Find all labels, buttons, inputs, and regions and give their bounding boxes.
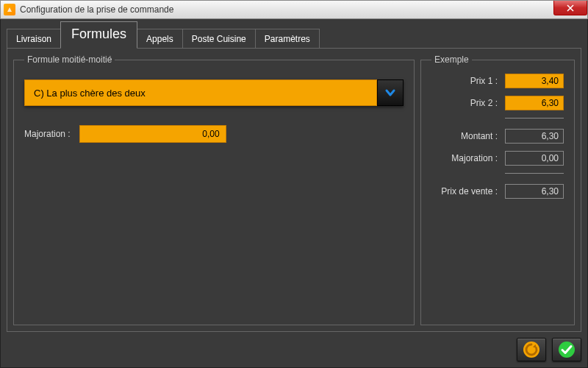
row-prix-de-vente: Prix de vente : 6,30 [431,184,564,199]
prix2-input[interactable]: 6,30 [505,96,564,110]
majoration-ex-label: Majoration : [451,153,498,163]
prix2-label: Prix 2 : [470,98,498,108]
row-prix1: Prix 1 : 3,40 [431,74,564,88]
refresh-icon [523,341,540,358]
prix1-input[interactable]: 3,40 [505,74,564,88]
montant-label: Montant : [461,131,498,141]
refresh-button[interactable] [517,338,546,361]
row-majoration-ex: Majoration : 0,00 [431,151,564,166]
tab-poste-cuisine[interactable]: Poste Cuisine [182,29,256,49]
separator-1 [505,118,564,118]
chevron-down-icon [384,87,396,99]
row-montant: Montant : 6,30 [431,129,564,144]
montant-value: 6,30 [505,129,564,144]
confirm-button[interactable] [552,338,581,361]
app-icon [4,4,15,15]
majoration-row: Majoration : 0,00 [24,125,404,143]
majoration-input[interactable]: 0,00 [79,125,226,143]
separator-2 [505,173,564,174]
fieldset-exemple: Exemple Prix 1 : 3,40 Prix 2 : 6,30 Mont… [420,54,575,325]
formula-dropdown-button[interactable] [377,79,404,106]
tab-formules[interactable]: Formules [60,21,137,49]
majoration-label: Majoration : [24,129,71,139]
tabs: Livraison Formules Appels Poste Cuisine … [7,24,581,49]
content-area: Formule moitié-moitié C) La plus chère d… [7,48,581,332]
close-icon [567,4,574,12]
fieldset-formule-legend: Formule moitié-moitié [24,54,115,65]
tab-livraison[interactable]: Livraison [7,29,61,49]
window-title: Configuration de la prise de commande [20,4,173,15]
formula-dropdown-value: C) La plus chère des deux [24,79,377,106]
fieldset-exemple-legend: Exemple [431,54,472,65]
tab-appels[interactable]: Appels [137,29,183,49]
check-icon [558,341,576,358]
close-button[interactable] [553,1,587,15]
footer [7,332,581,361]
window-body: Livraison Formules Appels Poste Cuisine … [0,19,588,368]
fieldset-formule: Formule moitié-moitié C) La plus chère d… [13,54,415,325]
titlebar: Configuration de la prise de commande [0,0,588,19]
prix1-label: Prix 1 : [470,76,498,86]
pdv-value: 6,30 [505,184,564,199]
majoration-ex-value: 0,00 [505,151,564,166]
pdv-label: Prix de vente : [441,186,498,197]
tab-parametres[interactable]: Paramètres [255,29,320,49]
row-prix2: Prix 2 : 6,30 [431,96,564,110]
formula-dropdown[interactable]: C) La plus chère des deux [24,79,404,106]
